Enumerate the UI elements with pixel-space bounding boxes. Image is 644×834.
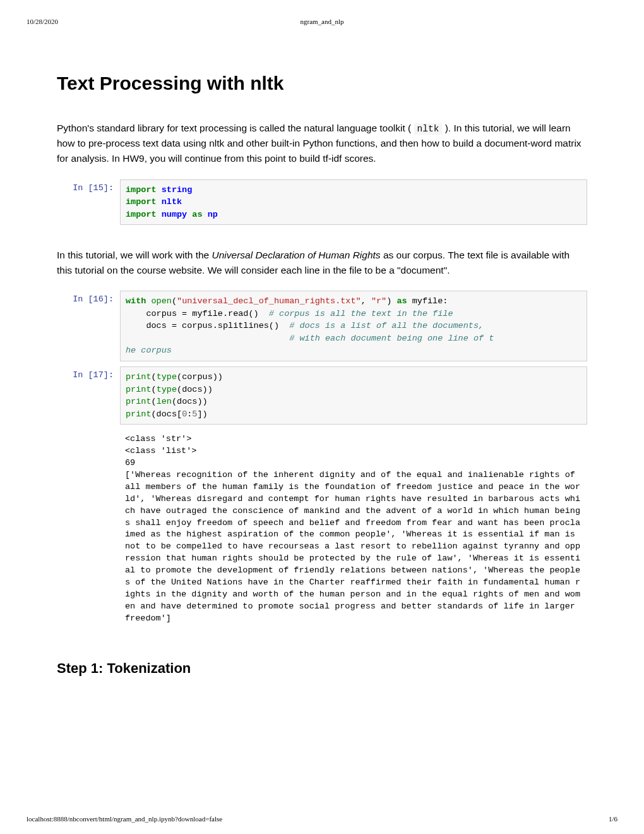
builtin-print: print [126,397,152,406]
code-text: ]) [197,409,207,419]
footer-page: 1/6 [609,815,617,823]
header-doc-title: ngram_and_nlp [300,18,343,25]
footer-url: localhost:8888/nbconvert/html/ngram_and_… [27,815,222,823]
corpus-paragraph: In this tutorial, we will work with the … [57,248,587,278]
code-area: print(type(corpus)) print(type(docs)) pr… [120,366,587,425]
code-text: myfile: [407,296,448,306]
string-mode: "r" [371,296,386,306]
builtin-type: type [157,372,177,382]
kw-import: import [126,210,157,219]
code-area: with open("universal_decl_of_human_right… [120,291,587,361]
comment: # with each document being one line of t [289,334,494,343]
page-title: Text Processing with nltk [57,73,587,94]
kw-as: as [192,210,202,219]
kw-import: import [126,197,157,207]
corpus-name-italic: Universal Declaration of Human Rights [212,250,381,260]
cell-prompt: In [16]: [57,291,120,361]
cell-prompt: In [15]: [57,179,120,226]
code-text: (docs)) [172,397,208,406]
builtin-type: type [157,385,177,394]
header-date: 10/28/2020 [27,18,58,25]
builtin-print: print [126,409,152,419]
code-text: docs = corpus.splitlines() [126,321,289,330]
string-filename: "universal_decl_of_human_rights.txt" [177,296,361,306]
output-cell-17: <class 'str'> <class 'list'> 69 ['Wherea… [57,430,587,628]
main-content: Text Processing with nltk Python's stand… [57,73,587,677]
module-name: nltk [162,197,182,207]
code-text [126,334,289,343]
code-area: import string import nltk import numpy a… [120,179,587,226]
kw-as: as [397,296,407,306]
comment: # corpus is all the text in the file [269,309,453,318]
code-text: (corpus)) [177,372,223,382]
kw-import: import [126,185,157,195]
comment: # docs is a list of all the documents, [289,321,484,330]
builtin-open: open [152,296,172,306]
output-text: <class 'str'> <class 'list'> 69 ['Wherea… [120,430,587,628]
builtin-len: len [157,397,172,406]
kw-with: with [126,296,146,306]
module-alias: np [208,210,218,219]
code-text: (docs[ [152,409,182,419]
code-text: corpus = myfile.read() [126,309,269,318]
code-cell-16: In [16]: with open("universal_decl_of_hu… [57,291,587,361]
inline-code-nltk: nltk [414,123,443,135]
comment: he corpus [126,346,172,355]
cell-prompt: In [17]: [57,366,120,425]
intro-paragraph: Python's standard library for text proce… [57,121,587,167]
intro-text-a: Python's standard library for text proce… [57,123,414,133]
builtin-print: print [126,385,152,394]
module-name: string [162,185,193,195]
module-name: numpy [162,210,188,219]
code-text: (docs)) [177,385,213,394]
code-cell-15: In [15]: import string import nltk impor… [57,179,587,226]
para2-a: In this tutorial, we will work with the [57,250,212,260]
output-prompt-spacer [57,430,120,628]
code-cell-17: In [17]: print(type(corpus)) print(type(… [57,366,587,425]
step-1-heading: Step 1: Tokenization [57,660,587,677]
builtin-print: print [126,372,152,382]
